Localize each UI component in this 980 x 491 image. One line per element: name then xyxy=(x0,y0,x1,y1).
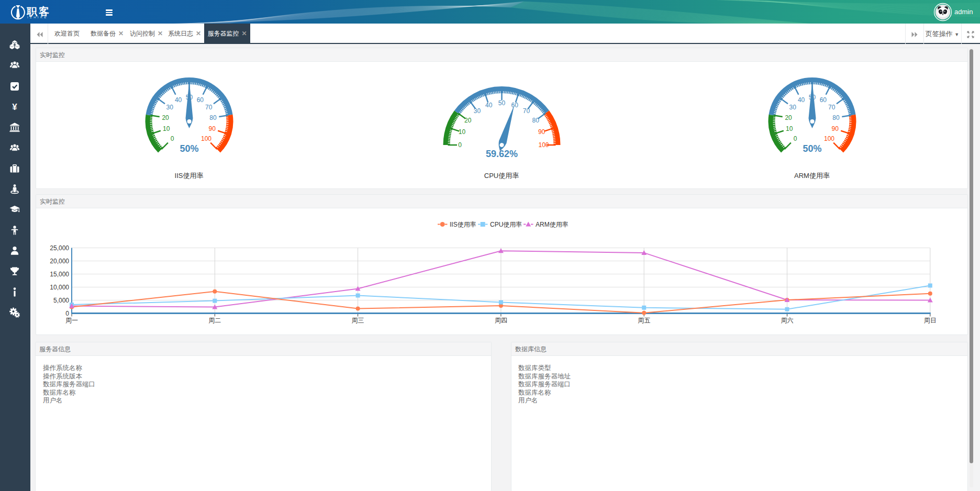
svg-text:周日: 周日 xyxy=(924,317,937,324)
svg-text:10: 10 xyxy=(459,128,466,136)
svg-text:20: 20 xyxy=(162,114,169,121)
svg-text:25,000: 25,000 xyxy=(50,244,69,252)
svg-text:90: 90 xyxy=(538,128,545,136)
svg-text:50%: 50% xyxy=(803,143,821,154)
svg-text:10: 10 xyxy=(786,125,793,132)
svg-text:0: 0 xyxy=(458,141,462,149)
svg-text:周二: 周二 xyxy=(208,317,221,324)
svg-text:50%: 50% xyxy=(180,143,198,154)
svg-text:周五: 周五 xyxy=(638,317,650,324)
svg-text:100: 100 xyxy=(201,135,211,142)
svg-text:周四: 周四 xyxy=(495,317,507,324)
svg-text:70: 70 xyxy=(828,104,836,111)
svg-text:0: 0 xyxy=(794,135,797,142)
svg-text:¥: ¥ xyxy=(12,102,17,111)
svg-text:60: 60 xyxy=(511,102,519,109)
svg-text:59.62%: 59.62% xyxy=(486,149,518,159)
svg-text:20,000: 20,000 xyxy=(50,258,69,265)
svg-text:60: 60 xyxy=(197,96,204,104)
svg-text:80: 80 xyxy=(532,117,540,124)
svg-text:40: 40 xyxy=(175,96,182,104)
svg-text:60: 60 xyxy=(820,96,827,104)
svg-text:90: 90 xyxy=(832,125,839,132)
svg-text:CPU使用率: CPU使用率 xyxy=(490,221,522,228)
svg-text:10: 10 xyxy=(163,125,170,132)
svg-text:80: 80 xyxy=(832,114,840,121)
svg-text:周三: 周三 xyxy=(352,317,364,324)
svg-text:20: 20 xyxy=(464,117,472,124)
svg-text:100: 100 xyxy=(824,135,834,142)
svg-text:周六: 周六 xyxy=(781,317,794,324)
svg-text:15,000: 15,000 xyxy=(50,271,69,278)
svg-text:0: 0 xyxy=(65,310,69,317)
svg-text:周一: 周一 xyxy=(65,317,78,324)
svg-text:0: 0 xyxy=(171,135,174,142)
svg-text:50: 50 xyxy=(498,99,506,107)
svg-text:10,000: 10,000 xyxy=(50,284,69,291)
svg-text:100: 100 xyxy=(538,141,549,149)
svg-text:20: 20 xyxy=(785,114,792,121)
svg-text:40: 40 xyxy=(798,96,805,104)
svg-text:70: 70 xyxy=(205,104,213,111)
svg-text:90: 90 xyxy=(209,125,216,132)
svg-text:30: 30 xyxy=(474,107,481,115)
svg-text:40: 40 xyxy=(485,102,493,109)
svg-text:ARM使用率: ARM使用率 xyxy=(536,221,569,228)
svg-text:30: 30 xyxy=(166,104,174,111)
svg-text:80: 80 xyxy=(209,114,217,121)
svg-text:5,000: 5,000 xyxy=(53,297,69,304)
svg-text:30: 30 xyxy=(789,104,797,111)
svg-text:IIS使用率: IIS使用率 xyxy=(450,221,476,228)
svg-text:70: 70 xyxy=(523,107,530,115)
